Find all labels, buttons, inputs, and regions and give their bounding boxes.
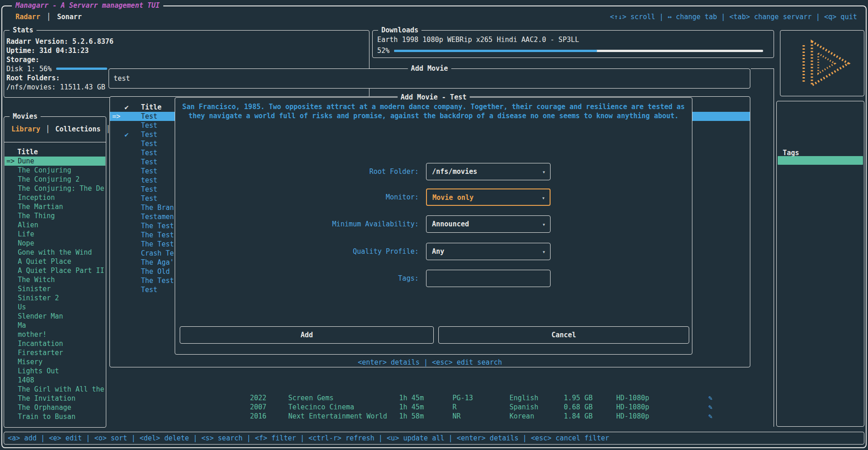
uptime: Uptime: 31d 04:31:23 xyxy=(6,46,366,55)
add-button[interactable]: Add xyxy=(180,326,434,344)
library-movie-row[interactable]: The Conjuring 2 xyxy=(5,175,105,184)
movie-title: A Quiet Place xyxy=(18,257,71,266)
download-progress-bar xyxy=(394,50,763,52)
disk-usage-progress-bar xyxy=(56,68,107,70)
library-movie-row[interactable]: Gone with the Wind xyxy=(5,248,105,257)
library-title-column-header: Title xyxy=(17,147,38,157)
add-movie-search-title: Add Movie xyxy=(408,64,451,73)
library-movie-row[interactable]: The Conjuring xyxy=(5,166,105,175)
library-table-rows: 2022 Screen Gems 1h 45m PG-13 English 1.… xyxy=(0,393,775,421)
download-progress-fill xyxy=(394,50,597,52)
servarr-tab-bar: Radarr │ Sonarr xyxy=(16,12,82,21)
library-movie-row[interactable]: The Thing xyxy=(5,211,105,220)
quality-profile-value: Any xyxy=(432,247,444,256)
library-table-row[interactable]: 2022 Screen Gems 1h 45m PG-13 English 1.… xyxy=(0,393,775,403)
library-movie-row[interactable]: Sinister xyxy=(5,284,105,293)
add-movie-search-input[interactable]: test xyxy=(114,74,130,83)
root-folder-select[interactable]: /nfs/movies ▾ xyxy=(426,163,551,180)
downloads-panel: Downloads Earth 1998 1080p WEBRip x265 H… xyxy=(372,30,774,58)
library-movie-row[interactable]: => Dune xyxy=(5,157,105,166)
movie-title: The Martian xyxy=(18,202,63,211)
cell-size: 1.84 GB xyxy=(564,412,593,421)
tab-radarr[interactable]: Radarr xyxy=(16,12,40,21)
root-folder-value: /nfs/movies xyxy=(432,167,477,176)
tags-input[interactable] xyxy=(426,270,551,287)
result-title: The Test xyxy=(141,230,174,240)
cancel-button[interactable]: Cancel xyxy=(438,326,689,344)
cell-runtime: 1h 58m xyxy=(399,412,424,421)
library-movie-row[interactable]: The Martian xyxy=(5,202,105,211)
cell-runtime: 1h 45m xyxy=(399,403,424,412)
tab-library[interactable]: Library xyxy=(11,125,40,134)
checkmark-column-header-icon: ✔ xyxy=(125,103,129,112)
library-movie-row[interactable]: Inception xyxy=(5,193,105,202)
cell-year: 2022 xyxy=(250,393,266,403)
movie-title: 1408 xyxy=(18,376,34,385)
result-title: Test xyxy=(141,157,157,167)
library-movie-row[interactable]: A Quiet Place xyxy=(5,257,105,266)
cell-quality-profile: HD-1080p xyxy=(616,412,649,421)
cell-runtime: 1h 45m xyxy=(399,393,424,403)
add-movie-search-box[interactable]: Add Movie test xyxy=(109,68,750,89)
library-movie-row[interactable]: Nope xyxy=(5,239,105,248)
app-title: Managarr - A Servarr management TUI xyxy=(12,1,163,10)
downloads-panel-title: Downloads xyxy=(378,26,421,35)
library-movie-row[interactable]: Us xyxy=(5,303,105,312)
quality-profile-select[interactable]: Any ▾ xyxy=(426,243,551,260)
library-table-row[interactable]: 2007 Telecinco Cinema 1h 45m R Spanish 0… xyxy=(0,403,775,412)
movie-title: Inception xyxy=(18,193,55,202)
library-movie-row[interactable]: A Quiet Place Part II xyxy=(5,266,105,275)
movie-title: The Thing xyxy=(18,211,55,220)
minimum-availability-value: Announced xyxy=(432,220,469,229)
library-movie-row[interactable]: The Witch xyxy=(5,275,105,284)
download-percent-label: 52% xyxy=(377,46,390,55)
result-title: Crash Te xyxy=(141,249,174,258)
disk-usage-label: Disk 1: 56% xyxy=(6,65,52,73)
library-movie-row[interactable]: Alien xyxy=(5,220,105,230)
chevron-down-icon: ▾ xyxy=(542,247,546,256)
library-movie-row[interactable]: Incantation xyxy=(5,339,105,348)
library-movie-row[interactable]: The Conjuring: The De xyxy=(5,184,105,193)
library-movie-row[interactable]: 1408 xyxy=(5,376,105,385)
library-table-row[interactable]: 2016 Next Entertainment World 1h 58m NR … xyxy=(0,412,775,421)
monitor-select[interactable]: Movie only ▾ xyxy=(426,188,551,206)
add-movie-modal-title: Add Movie - Test xyxy=(397,93,470,102)
tab-collections[interactable]: Collections xyxy=(55,125,100,134)
tab-separator: │ xyxy=(47,12,51,21)
library-tab-divider xyxy=(4,142,106,142)
root-folder-label: Root Folder: xyxy=(175,167,419,176)
movies-library-panel: Movies Library │ Collections │ Title => … xyxy=(4,116,106,428)
minimum-availability-select[interactable]: Announced ▾ xyxy=(426,215,551,233)
library-tab-bar: Library │ Collections │ xyxy=(11,125,110,134)
managarr-app-window: Managarr - A Servarr management TUI Rada… xyxy=(0,0,868,450)
library-movie-row[interactable]: Firestarter xyxy=(5,348,105,357)
result-title: Test xyxy=(141,148,157,157)
result-title: The Test xyxy=(141,276,174,285)
cell-quality-profile: HD-1080p xyxy=(616,403,649,412)
movie-title: Firestarter xyxy=(18,348,63,357)
result-title: Test xyxy=(141,167,157,176)
overview-line-1: San Francisco, 1985. Two opposites attra… xyxy=(179,102,688,111)
movie-title: Lights Out xyxy=(18,366,59,376)
movie-title: The Witch xyxy=(18,275,55,284)
cell-rating: R xyxy=(452,403,457,412)
chevron-down-icon: ▾ xyxy=(542,220,546,229)
movie-title: Slender Man xyxy=(18,312,63,321)
base-table-border-fragment xyxy=(751,68,774,427)
cell-language: Korean xyxy=(509,412,534,421)
library-movie-row[interactable]: The Girl with All the xyxy=(5,385,105,394)
library-movie-row[interactable]: Lights Out xyxy=(5,366,105,376)
monitor-label: Monitor: xyxy=(175,193,419,202)
cell-language: English xyxy=(509,393,538,403)
cell-size: 0.68 GB xyxy=(564,403,593,412)
movie-title: Dune xyxy=(18,157,34,166)
movie-title: Ma xyxy=(18,321,26,330)
library-movie-row[interactable]: Sinister 2 xyxy=(5,293,105,303)
library-movie-row[interactable]: Life xyxy=(5,230,105,239)
tab-sonarr[interactable]: Sonarr xyxy=(57,12,82,21)
library-movie-row[interactable]: Slender Man xyxy=(5,312,105,321)
library-movie-row[interactable]: mother! xyxy=(5,330,105,339)
library-movie-row[interactable]: Misery xyxy=(5,357,105,366)
cell-quality-profile: HD-1080p xyxy=(616,393,649,403)
library-movie-row[interactable]: Ma xyxy=(5,321,105,330)
